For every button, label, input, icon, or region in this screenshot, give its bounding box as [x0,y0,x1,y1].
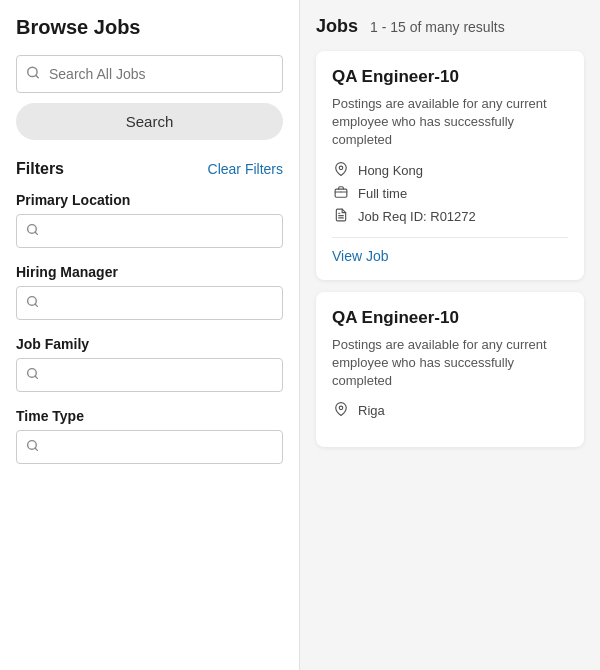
filter-group-time-type: Time Type [16,408,283,464]
job-meta: Riga [332,402,568,419]
clear-filters-link[interactable]: Clear Filters [208,161,283,177]
filters-header: Filters Clear Filters [16,160,283,178]
jobs-header-title: Jobs [316,16,358,37]
job-type-text: Full time [358,186,407,201]
job-meta: Hong Kong Full time [332,162,568,225]
filter-group-primary-location: Primary Location [16,192,283,248]
jobs-count: 1 - 15 of many results [370,19,505,35]
svg-line-7 [35,376,37,378]
search-box-wrapper [16,55,283,93]
job-description: Postings are available for any current e… [332,336,568,391]
filters-title: Filters [16,160,64,178]
search-input[interactable] [16,55,283,93]
filter-label-time-type: Time Type [16,408,283,424]
document-icon [332,208,350,225]
filter-search-icon-hiring-manager [26,295,39,311]
job-location-text: Hong Kong [358,163,423,178]
filter-search-icon-time-type [26,439,39,455]
search-button[interactable]: Search [16,103,283,140]
filter-search-icon-job-family [26,367,39,383]
view-job-link[interactable]: View Job [332,248,389,264]
filter-input-primary-location[interactable] [16,214,283,248]
job-location-item: Hong Kong [332,162,568,179]
job-type-item: Full time [332,185,568,202]
jobs-header: Jobs 1 - 15 of many results [316,16,584,37]
filter-label-primary-location: Primary Location [16,192,283,208]
job-divider [332,237,568,238]
job-card: QA Engineer-10 Postings are available fo… [316,51,584,280]
left-panel: Browse Jobs Search Filters Clear Filters… [0,0,300,670]
briefcase-icon [332,185,350,202]
job-location-text: Riga [358,403,385,418]
filter-input-job-family[interactable] [16,358,283,392]
location-icon [332,402,350,419]
filter-input-time-type[interactable] [16,430,283,464]
filter-label-hiring-manager: Hiring Manager [16,264,283,280]
svg-rect-11 [335,189,347,197]
svg-point-15 [339,406,343,410]
svg-line-1 [36,75,39,78]
filter-search-icon-location [26,223,39,239]
job-title: QA Engineer-10 [332,308,568,328]
filter-label-job-family: Job Family [16,336,283,352]
job-title: QA Engineer-10 [332,67,568,87]
filter-group-hiring-manager: Hiring Manager [16,264,283,320]
right-panel: Jobs 1 - 15 of many results QA Engineer-… [300,0,600,670]
svg-point-10 [339,166,343,170]
job-req-item: Job Req ID: R01272 [332,208,568,225]
job-card: QA Engineer-10 Postings are available fo… [316,292,584,448]
svg-line-3 [35,232,37,234]
svg-line-9 [35,448,37,450]
svg-line-5 [35,304,37,306]
job-req-text: Job Req ID: R01272 [358,209,476,224]
location-icon [332,162,350,179]
page-title: Browse Jobs [16,16,283,39]
filter-input-hiring-manager[interactable] [16,286,283,320]
job-description: Postings are available for any current e… [332,95,568,150]
search-icon [26,66,40,83]
job-location-item: Riga [332,402,568,419]
filter-group-job-family: Job Family [16,336,283,392]
